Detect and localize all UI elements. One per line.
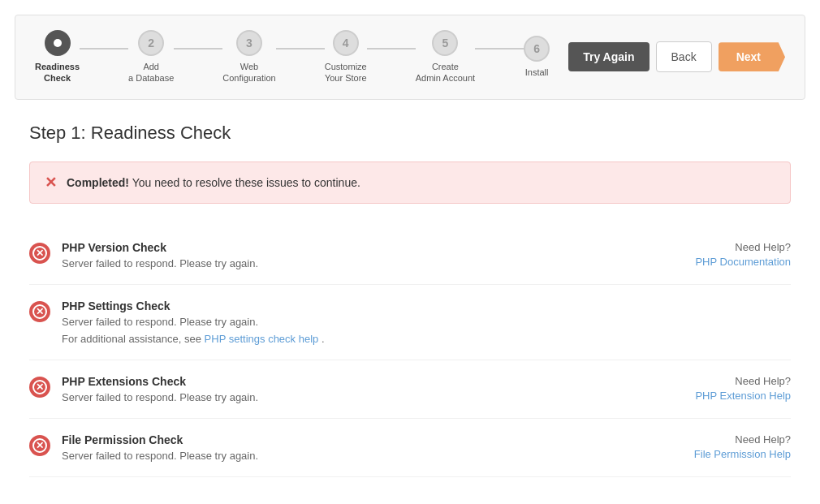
error-circle-inner: ✕ <box>32 246 47 261</box>
page-title: Step 1: Readiness Check <box>29 123 791 144</box>
check-desc-php-extensions: Server failed to respond. Please try aga… <box>62 391 258 403</box>
check-item-php-settings: ✕ PHP Settings Check Server failed to re… <box>29 285 791 360</box>
help-link-php-version[interactable]: PHP Documentation <box>695 256 791 268</box>
need-help-file-permission: Need Help? <box>661 433 791 446</box>
step-5-circle: 5 <box>432 30 458 56</box>
check-right-php-extensions: Need Help? PHP Extension Help <box>661 375 791 402</box>
step-6: 6 Install <box>524 36 550 78</box>
step-5-label: CreateAdmin Account <box>416 61 475 84</box>
check-info-php-settings: PHP Settings Check Server failed to resp… <box>62 299 325 345</box>
stepper-steps: ReadinessCheck 2 Adda Database 3 WebConf… <box>35 30 550 84</box>
step-4-circle: 4 <box>333 30 359 56</box>
connector-1-2 <box>80 48 128 50</box>
step-2-circle: 2 <box>138 30 164 56</box>
try-again-button[interactable]: Try Again <box>568 42 649 71</box>
check-info-file-permission: File Permission Check Server failed to r… <box>62 433 258 462</box>
check-title-php-extensions: PHP Extensions Check <box>62 375 258 388</box>
check-additional-php-settings: For additional assistance, see PHP setti… <box>62 333 325 345</box>
step-1: ReadinessCheck <box>35 30 80 84</box>
main-content: Step 1: Readiness Check ✕ Completed! You… <box>0 100 820 500</box>
step-1-label: ReadinessCheck <box>35 61 80 84</box>
check-right-file-permission: Need Help? File Permission Help <box>661 433 791 460</box>
check-left-file-permission: ✕ File Permission Check Server failed to… <box>29 433 258 462</box>
alert-x-icon: ✕ <box>45 174 57 192</box>
additional-link-php-settings[interactable]: PHP settings check help <box>205 333 319 345</box>
check-right-php-version: Need Help? PHP Documentation <box>661 241 791 268</box>
error-icon-php-extensions: ✕ <box>29 377 50 398</box>
step-5: 5 CreateAdmin Account <box>416 30 475 84</box>
step-4: 4 CustomizeYour Store <box>325 30 367 84</box>
check-title-file-permission: File Permission Check <box>62 433 258 446</box>
step-6-label: Install <box>525 67 549 78</box>
check-desc-php-settings: Server failed to respond. Please try aga… <box>62 316 325 328</box>
step-2-label: Adda Database <box>128 61 174 84</box>
back-button[interactable]: Back <box>656 41 712 72</box>
help-link-php-extensions[interactable]: PHP Extension Help <box>695 390 791 402</box>
error-circle-inner-permission: ✕ <box>32 438 47 453</box>
stepper-bar: ReadinessCheck 2 Adda Database 3 WebConf… <box>15 15 805 100</box>
need-help-php-extensions: Need Help? <box>661 375 791 387</box>
check-item-php-extensions: ✕ PHP Extensions Check Server failed to … <box>29 360 791 419</box>
error-icon-file-permission: ✕ <box>29 435 50 456</box>
check-item-php-version: ✕ PHP Version Check Server failed to res… <box>29 226 791 285</box>
step-3-label: WebConfiguration <box>222 61 275 84</box>
error-icon-php-version: ✕ <box>29 243 50 264</box>
check-left-php-settings: ✕ PHP Settings Check Server failed to re… <box>29 299 325 345</box>
additional-text: For additional assistance, see <box>62 333 205 345</box>
check-item-file-permission: ✕ File Permission Check Server failed to… <box>29 419 791 477</box>
check-title-php-version: PHP Version Check <box>62 241 258 254</box>
alert-message: Completed! You need to resolve these iss… <box>67 176 360 189</box>
check-desc-php-version: Server failed to respond. Please try aga… <box>62 257 258 269</box>
alert-banner: ✕ Completed! You need to resolve these i… <box>29 162 791 204</box>
check-info-php-version: PHP Version Check Server failed to respo… <box>62 241 258 269</box>
error-circle-inner-settings: ✕ <box>32 304 47 319</box>
need-help-php-version: Need Help? <box>661 241 791 253</box>
connector-5-6 <box>475 48 524 50</box>
next-button[interactable]: Next <box>719 42 785 71</box>
alert-text: You need to resolve these issues to cont… <box>129 176 360 189</box>
step-2: 2 Adda Database <box>128 30 174 84</box>
step-6-circle: 6 <box>524 36 550 62</box>
check-left-php-version: ✕ PHP Version Check Server failed to res… <box>29 241 258 269</box>
step-3: 3 WebConfiguration <box>222 30 275 84</box>
check-title-php-settings: PHP Settings Check <box>62 299 325 312</box>
error-circle-inner-extensions: ✕ <box>32 380 47 394</box>
error-icon-php-settings: ✕ <box>29 301 50 322</box>
step-3-circle: 3 <box>236 30 262 56</box>
check-desc-file-permission: Server failed to respond. Please try aga… <box>62 450 258 462</box>
connector-2-3 <box>174 48 222 50</box>
check-info-php-extensions: PHP Extensions Check Server failed to re… <box>62 375 258 403</box>
step-4-label: CustomizeYour Store <box>325 61 367 84</box>
check-left-php-extensions: ✕ PHP Extensions Check Server failed to … <box>29 375 258 403</box>
connector-4-5 <box>367 48 416 50</box>
alert-bold-text: Completed! <box>67 176 129 189</box>
stepper-actions: Try Again Back Next <box>568 41 785 72</box>
connector-3-4 <box>276 48 325 50</box>
step-1-circle <box>45 30 71 56</box>
step-1-dot-icon <box>52 37 63 49</box>
svg-point-0 <box>54 39 62 47</box>
help-link-file-permission[interactable]: File Permission Help <box>694 448 791 460</box>
